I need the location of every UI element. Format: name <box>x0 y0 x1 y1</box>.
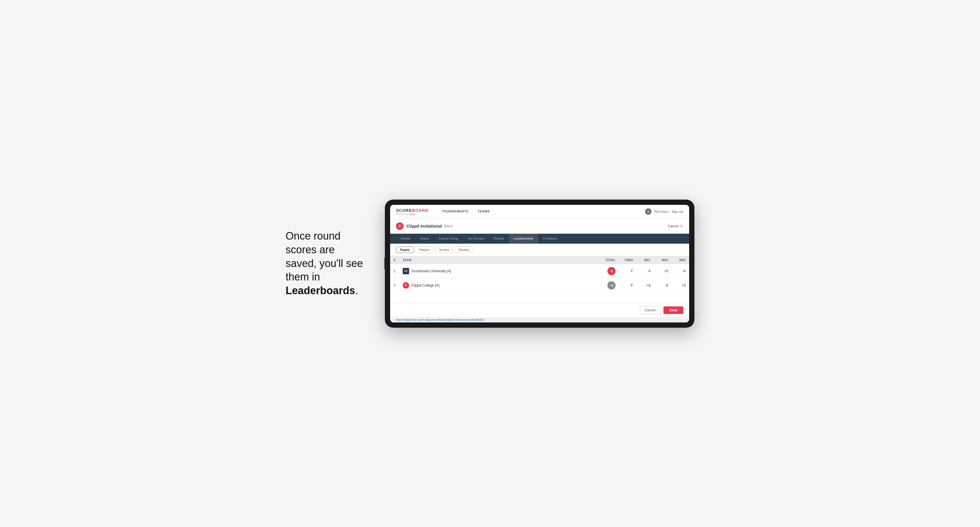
app-logo: SCOREBOARD <box>396 208 428 213</box>
filter-teams[interactable]: Teams <box>396 246 414 253</box>
tournament-logo: C <box>396 222 404 230</box>
cancel-button[interactable]: Cancel <box>640 306 660 314</box>
nav-tournaments[interactable]: TOURNAMENTS <box>437 205 473 219</box>
rd3-1: -6 <box>671 264 689 278</box>
instructional-text: Once round scores are saved, you'll see … <box>286 229 368 298</box>
nav-links: TOURNAMENTS TEAMS <box>437 205 495 219</box>
col-rd1: RD1 <box>636 256 654 264</box>
total-1: -5 <box>599 264 619 278</box>
thru-2: F <box>619 278 636 292</box>
score-badge-1: -5 <box>608 267 616 275</box>
rd2-2: -8 <box>654 278 671 292</box>
modal-footer: Cancel Save <box>390 303 689 317</box>
sub-navigation: Details Teams Course Setup Tee Groups Re… <box>390 234 689 244</box>
content-area: # TEAM TOTAL THRU RD1 RD2 RD3 1 <box>390 256 689 303</box>
nav-teams[interactable]: TEAMS <box>473 205 495 219</box>
rd1-1: -4 <box>636 264 654 278</box>
rank-2: 2 <box>390 278 399 292</box>
col-rd2: RD2 <box>654 256 671 264</box>
rd3-2: +3 <box>671 278 689 292</box>
powered-by: Powered by clippd <box>396 213 428 215</box>
sidebar-text-end: . <box>355 284 358 297</box>
team-logo-2: C <box>402 282 409 289</box>
tab-printables[interactable]: Printables <box>538 234 562 244</box>
col-rd3: RD3 <box>671 256 689 264</box>
user-name: Test User | <box>654 210 669 213</box>
col-total: TOTAL <box>599 256 619 264</box>
filter-scores[interactable]: Scores <box>435 246 453 253</box>
team-logo-1: SU <box>402 268 409 274</box>
score-badge-2: +3 <box>608 281 616 289</box>
total-2: +3 <box>599 278 619 292</box>
sign-out-link[interactable]: Sign out <box>671 210 683 213</box>
tournament-cancel[interactable]: Cancel ✕ <box>668 224 683 229</box>
table-header-row: # TEAM TOTAL THRU RD1 RD2 RD3 <box>390 256 689 264</box>
table-row: 1 SU Scoreboard University [A] -5 <box>390 264 689 278</box>
table-row: 2 C Clippd College [A] +3 <box>390 278 689 292</box>
save-button[interactable]: Save <box>663 306 683 314</box>
filter-players[interactable]: Players <box>415 246 434 253</box>
col-thru: THRU <box>619 256 636 264</box>
tab-tee-groups[interactable]: Tee Groups <box>463 234 489 244</box>
col-rank: # <box>390 256 399 264</box>
rd1-2: +8 <box>636 278 654 292</box>
tablet-side-button <box>384 258 385 269</box>
tournament-subtitle: (Men) <box>444 224 453 228</box>
rank-1: 1 <box>390 264 399 278</box>
team-cell-1: SU Scoreboard University [A] <box>399 264 599 278</box>
tab-leaderboards[interactable]: Leaderboards <box>509 234 538 244</box>
col-team: TEAM <box>399 256 599 264</box>
thru-1: F <box>619 264 636 278</box>
filter-row: Teams Players Scores Strokes <box>390 244 689 256</box>
tab-teams[interactable]: Teams <box>415 234 434 244</box>
cancel-x-icon: ✕ <box>680 224 683 229</box>
tablet-device: SCOREBOARD Powered by clippd TOURNAMENTS… <box>385 200 694 328</box>
tab-results[interactable]: Results <box>489 234 509 244</box>
user-avatar: S <box>645 208 651 215</box>
filter-strokes[interactable]: Strokes <box>455 246 473 253</box>
status-url: https://stage-blue-coach.stagesscoreboar… <box>396 318 484 321</box>
logo-area: SCOREBOARD Powered by clippd <box>396 208 428 215</box>
leaderboard-table: # TEAM TOTAL THRU RD1 RD2 RD3 1 <box>390 256 689 293</box>
tablet-screen: SCOREBOARD Powered by clippd TOURNAMENTS… <box>390 205 689 322</box>
status-bar: https://stage-blue-coach.stagesscoreboar… <box>390 317 689 322</box>
tab-course-setup[interactable]: Course Setup <box>434 234 463 244</box>
nav-right: S Test User | Sign out <box>645 208 683 215</box>
top-navigation: SCOREBOARD Powered by clippd TOURNAMENTS… <box>390 205 689 219</box>
tab-details[interactable]: Details <box>396 234 415 244</box>
tournament-header: C Clippd Invitational (Men) Cancel ✕ <box>390 219 689 234</box>
team-cell-2: C Clippd College [A] <box>399 278 599 292</box>
sidebar-text-part1: Once round scores are saved, you'll see … <box>286 230 363 283</box>
tournament-title: Clippd Invitational <box>406 224 442 229</box>
sidebar-text-bold: Leaderboards <box>286 284 355 297</box>
rd2-1: +5 <box>654 264 671 278</box>
